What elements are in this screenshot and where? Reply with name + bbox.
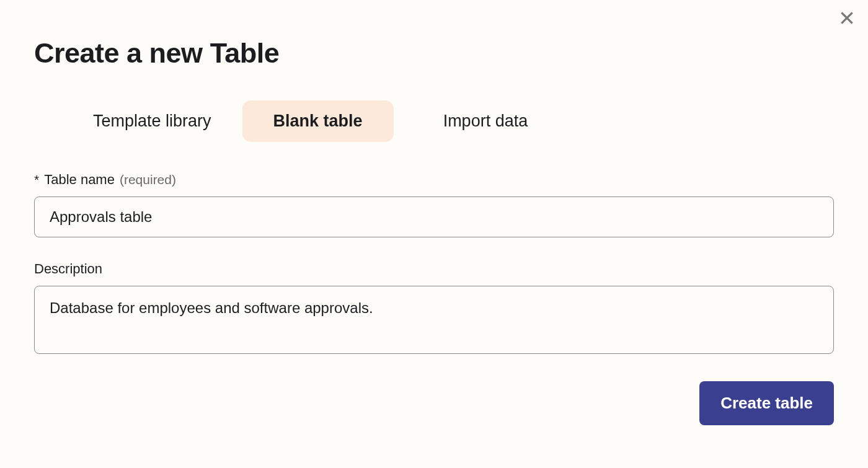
button-row: Create table [34, 381, 834, 425]
table-name-label-row: * Table name (required) [34, 172, 834, 188]
tabs-container: Template library Blank table Import data [62, 100, 834, 142]
close-button[interactable] [837, 9, 857, 29]
page-title: Create a new Table [34, 37, 834, 69]
table-name-group: * Table name (required) [34, 172, 834, 237]
description-input[interactable] [34, 286, 834, 354]
close-icon [839, 10, 855, 29]
tab-blank-table[interactable]: Blank table [242, 100, 394, 142]
description-label-row: Description [34, 261, 834, 277]
tab-template-library[interactable]: Template library [62, 100, 242, 142]
table-name-input[interactable] [34, 196, 834, 237]
description-label: Description [34, 261, 102, 277]
create-table-button[interactable]: Create table [699, 381, 834, 425]
table-name-hint: (required) [120, 172, 176, 187]
required-asterisk: * [34, 172, 39, 187]
table-name-label: Table name [44, 172, 115, 188]
tab-import-data[interactable]: Import data [412, 100, 559, 142]
description-group: Description [34, 261, 834, 356]
